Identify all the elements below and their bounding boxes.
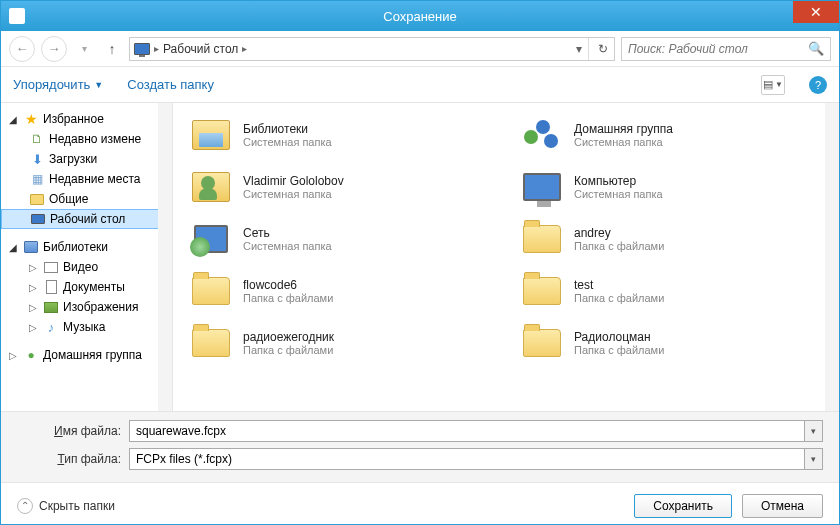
file-name: Домашняя группа [574, 122, 673, 136]
filename-input[interactable] [129, 420, 805, 442]
folder-icon [520, 323, 564, 363]
address-dropdown[interactable]: ▾ [573, 42, 585, 56]
tree-videos[interactable]: ▷ Видео [1, 257, 172, 277]
file-item[interactable]: БиблиотекиСистемная папка [185, 111, 496, 159]
tree-scrollbar[interactable] [160, 107, 170, 247]
refresh-button[interactable]: ↻ [588, 38, 610, 60]
file-item[interactable]: КомпьютерСистемная папка [516, 163, 827, 211]
hide-folders-button[interactable]: ⌃ Скрыть папки [17, 498, 115, 514]
tree-label: Недавно измене [49, 132, 141, 146]
collapse-icon[interactable]: ◢ [9, 114, 19, 125]
search-input[interactable] [622, 42, 802, 56]
file-item[interactable]: РадиолоцманПапка с файлами [516, 319, 827, 367]
address-bar[interactable]: ▸ Рабочий стол ▸ ▾ ↻ [129, 37, 615, 61]
tree-label: Общие [49, 192, 88, 206]
folder-icon [520, 219, 564, 259]
filetype-select[interactable] [129, 448, 805, 470]
new-folder-button[interactable]: Создать папку [127, 77, 214, 92]
file-subtitle: Системная папка [574, 188, 663, 200]
help-button[interactable]: ? [809, 76, 827, 94]
file-item[interactable]: flowcode6Папка с файлами [185, 267, 496, 315]
file-item[interactable]: СетьСистемная папка [185, 215, 496, 263]
file-item[interactable]: andreyПапка с файлами [516, 215, 827, 263]
file-subtitle: Папка с файлами [574, 344, 664, 356]
pictures-icon [43, 299, 59, 315]
filename-dropdown[interactable]: ▾ [805, 420, 823, 442]
tree-favorites[interactable]: ◢ ★ Избранное [1, 109, 172, 129]
tree-desktop[interactable]: Рабочий стол [1, 209, 172, 229]
close-button[interactable]: ✕ [793, 1, 839, 23]
title-bar: Сохранение ✕ [1, 1, 839, 31]
tree-homegroup[interactable]: ▷ ● Домашняя группа [1, 345, 172, 365]
tree-documents[interactable]: ▷ Документы [1, 277, 172, 297]
folder-icon [29, 191, 45, 207]
file-name: test [574, 278, 664, 292]
breadcrumb-location[interactable]: Рабочий стол [163, 42, 238, 56]
folder-icon [189, 271, 233, 311]
tree-label: Документы [63, 280, 125, 294]
cancel-button[interactable]: Отмена [742, 494, 823, 518]
search-box[interactable]: 🔍 [621, 37, 831, 61]
expand-icon[interactable]: ▷ [29, 322, 39, 333]
dialog-footer: ⌃ Скрыть папки Сохранить Отмена [1, 482, 839, 525]
file-name: Библиотеки [243, 122, 332, 136]
filetype-row: Тип файла: ▾ [17, 448, 823, 470]
recent-dropdown[interactable]: ▾ [73, 38, 95, 60]
app-icon [9, 8, 25, 24]
filetype-dropdown[interactable]: ▾ [805, 448, 823, 470]
file-subtitle: Системная папка [574, 136, 673, 148]
tree-libraries[interactable]: ◢ Библиотеки [1, 237, 172, 257]
tree-recent-changed[interactable]: 🗋 Недавно измене [1, 129, 172, 149]
tree-music[interactable]: ▷ ♪ Музыка [1, 317, 172, 337]
file-name: Vladimir Gololobov [243, 174, 344, 188]
recent-icon: 🗋 [29, 131, 45, 147]
caret-down-icon: ▼ [94, 80, 103, 90]
video-icon [43, 259, 59, 275]
tree-downloads[interactable]: ⬇ Загрузки [1, 149, 172, 169]
tree-label: Видео [63, 260, 98, 274]
tree-pictures[interactable]: ▷ Изображения [1, 297, 172, 317]
back-button[interactable]: ← [9, 36, 35, 62]
file-name: flowcode6 [243, 278, 333, 292]
tree-recent-places[interactable]: ▦ Недавние места [1, 169, 172, 189]
view-options-button[interactable]: ▤▼ [761, 75, 785, 95]
file-list[interactable]: БиблиотекиСистемная папкаДомашняя группа… [173, 103, 839, 411]
expand-icon[interactable]: ▷ [9, 350, 19, 361]
nav-bar: ← → ▾ ↑ ▸ Рабочий стол ▸ ▾ ↻ 🔍 [1, 31, 839, 67]
content-scrollbar[interactable] [827, 107, 837, 247]
user-icon [189, 167, 233, 207]
tree-public[interactable]: Общие [1, 189, 172, 209]
collapse-icon[interactable]: ◢ [9, 242, 19, 253]
chevron-right-icon[interactable]: ▸ [242, 43, 247, 54]
file-subtitle: Системная папка [243, 188, 344, 200]
file-name: Сеть [243, 226, 332, 240]
expand-icon[interactable]: ▷ [29, 282, 39, 293]
document-icon [43, 279, 59, 295]
download-icon: ⬇ [29, 151, 45, 167]
tree-label: Библиотеки [43, 240, 108, 254]
navigation-tree[interactable]: ◢ ★ Избранное 🗋 Недавно измене ⬇ Загрузк… [1, 103, 173, 411]
tree-label: Избранное [43, 112, 104, 126]
file-item[interactable]: Vladimir GololobovСистемная папка [185, 163, 496, 211]
search-icon[interactable]: 🔍 [802, 41, 830, 56]
file-subtitle: Системная папка [243, 136, 332, 148]
explorer-body: ◢ ★ Избранное 🗋 Недавно измене ⬇ Загрузк… [1, 103, 839, 411]
filetype-label: Тип файла: [17, 452, 121, 466]
expand-icon[interactable]: ▷ [29, 302, 39, 313]
organize-menu[interactable]: Упорядочить ▼ [13, 77, 103, 92]
file-subtitle: Папка с файлами [574, 292, 664, 304]
desktop-icon [30, 211, 46, 227]
homegroup-icon: ● [23, 347, 39, 363]
hide-folders-label: Скрыть папки [39, 499, 115, 513]
file-item[interactable]: радиоежегодникПапка с файлами [185, 319, 496, 367]
up-button[interactable]: ↑ [101, 38, 123, 60]
file-name: радиоежегодник [243, 330, 334, 344]
filename-label: Имя файла: [17, 424, 121, 438]
file-item[interactable]: Домашняя группаСистемная папка [516, 111, 827, 159]
save-button[interactable]: Сохранить [634, 494, 732, 518]
toolbar: Упорядочить ▼ Создать папку ▤▼ ? [1, 67, 839, 103]
forward-button[interactable]: → [41, 36, 67, 62]
expand-icon[interactable]: ▷ [29, 262, 39, 273]
tree-label: Недавние места [49, 172, 140, 186]
file-item[interactable]: testПапка с файлами [516, 267, 827, 315]
